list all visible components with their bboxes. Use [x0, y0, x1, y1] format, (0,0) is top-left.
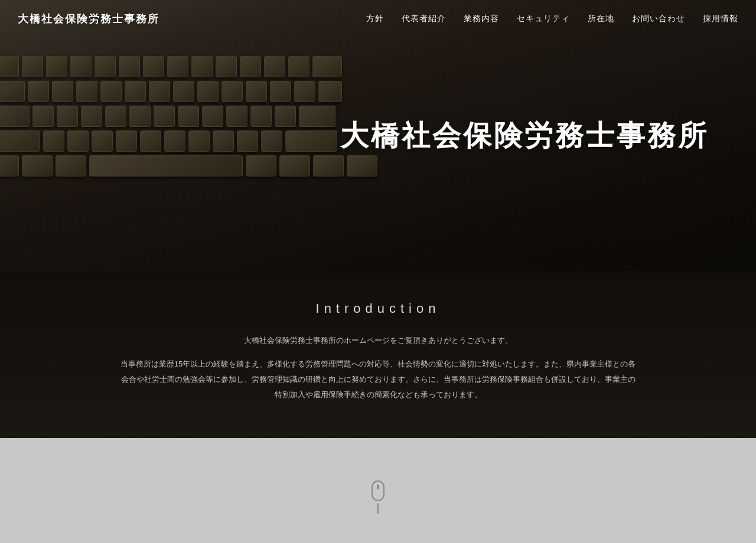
- nav-item-contact[interactable]: お問い合わせ: [632, 14, 685, 24]
- main-nav: 方針 代表者紹介 業務内容 セキュリティ 所在地 お問い合わせ 採用情報: [366, 14, 738, 24]
- bottom-section: [0, 438, 756, 543]
- scroll-dot: [377, 485, 379, 489]
- nav-item-representative[interactable]: 代表者紹介: [402, 14, 446, 24]
- scroll-box: [372, 480, 384, 501]
- intro-heading: Introduction: [316, 301, 441, 316]
- hero-section: 大橋社会保険労務士事務所 方針 代表者紹介 業務内容 セキュリティ 所在地 お問…: [0, 0, 756, 272]
- page-wrapper: 大橋社会保険労務士事務所 方針 代表者紹介 業務内容 セキュリティ 所在地 お問…: [0, 0, 756, 543]
- intro-paragraph2: 当事務所は業歴15年以上の経験を踏まえ、多様化する労務管理問題への対応等、社会情…: [118, 356, 638, 403]
- nav-item-services[interactable]: 業務内容: [464, 14, 499, 24]
- nav-item-location[interactable]: 所在地: [588, 14, 614, 24]
- scroll-indicator: [372, 480, 384, 514]
- site-header: 大橋社会保険労務士事務所 方針 代表者紹介 業務内容 セキュリティ 所在地 お問…: [0, 0, 756, 38]
- site-logo[interactable]: 大橋社会保険労務士事務所: [18, 12, 159, 26]
- hero-title: 大橋社会保険労務士事務所: [340, 117, 709, 154]
- nav-item-security[interactable]: セキュリティ: [517, 14, 570, 24]
- intro-section: Introduction 大橋社会保険労務士事務所のホームページをご覧頂きありが…: [0, 272, 756, 438]
- intro-paragraph1: 大橋社会保険労務士事務所のホームページをご覧頂きありがとうございます。: [244, 333, 513, 348]
- nav-item-policy[interactable]: 方針: [366, 14, 384, 24]
- nav-item-recruitment[interactable]: 採用情報: [703, 14, 738, 24]
- scroll-line: [377, 503, 379, 514]
